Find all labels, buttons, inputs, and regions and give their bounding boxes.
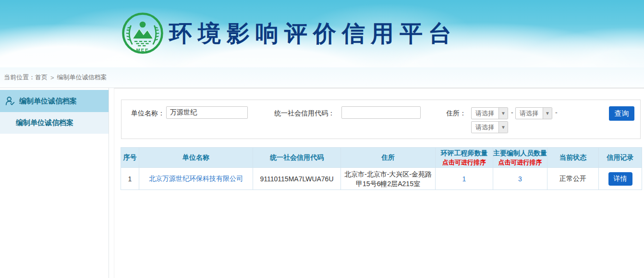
- table-row: 1 北京万源世纪环保科技有限公司 91110115MA7LWUA76U 北京市-…: [121, 168, 642, 190]
- unit-name-label: 单位名称：: [131, 107, 165, 119]
- breadcrumb: 当前位置： 首页 > 编制单位诚信档案: [0, 67, 644, 88]
- credit-code-value: 91110115MA7LWUA76U: [253, 168, 341, 190]
- sidebar-subitem-unit-credit-archive[interactable]: 编制单位诚信档案: [0, 112, 109, 134]
- breadcrumb-current: 编制单位诚信档案: [57, 73, 107, 82]
- city-select[interactable]: 请选择 ▼: [515, 107, 552, 119]
- logo-mee-text: MEE: [136, 47, 149, 52]
- chevron-down-icon: ▼: [543, 108, 552, 119]
- site-title: 环境影响评价信用平台: [169, 18, 457, 49]
- credit-code-input[interactable]: [341, 106, 421, 119]
- search-panel: 单位名称： 统一社会信用代码： 住所： 请选择 ▼ - 请选择 ▼ - 请选择 …: [121, 100, 641, 139]
- status-value: 正常公开: [547, 168, 599, 190]
- engineer-count-link[interactable]: 1: [462, 175, 466, 183]
- staff-count-link[interactable]: 3: [518, 175, 522, 183]
- district-select[interactable]: 请选择 ▼: [471, 121, 508, 133]
- unit-name-input[interactable]: [166, 106, 248, 119]
- sidebar-item-label: 编制单位诚信档案: [19, 97, 77, 106]
- sidebar-subitem-label: 编制单位诚信档案: [16, 118, 73, 127]
- main-panel: 单位名称： 统一社会信用代码： 住所： 请选择 ▼ - 请选择 ▼ - 请选择 …: [114, 88, 644, 278]
- district-select-value: 请选择: [472, 122, 498, 133]
- col-credit-record: 信用记录: [599, 148, 642, 168]
- query-button[interactable]: 查询: [609, 106, 634, 121]
- user-check-icon: [5, 96, 15, 106]
- results-table: 序号 单位名称 统一社会信用代码 住所 环评工程师数量 点击可进行排序 主要编制…: [121, 147, 642, 190]
- sort-hint: 点击可进行排序: [493, 158, 547, 167]
- sort-hint: 点击可进行排序: [436, 158, 493, 167]
- province-select[interactable]: 请选择 ▼: [471, 107, 508, 119]
- mee-logo: MEE: [121, 12, 164, 55]
- chevron-down-icon: ▼: [498, 108, 508, 119]
- breadcrumb-label: 当前位置：: [4, 73, 35, 82]
- col-index: 序号: [121, 148, 139, 168]
- col-engineer-count-sort[interactable]: 环评工程师数量 点击可进行排序: [436, 148, 493, 168]
- detail-button[interactable]: 详情: [608, 172, 632, 186]
- city-select-value: 请选择: [516, 108, 543, 119]
- col-staff-count-sort[interactable]: 主要编制人员数量 点击可进行排序: [493, 148, 547, 168]
- row-index: 1: [121, 168, 139, 190]
- sidebar-item-unit-credit-archive[interactable]: 编制单位诚信档案: [0, 90, 109, 112]
- col-status: 当前状态: [547, 148, 599, 168]
- address-dash: -: [555, 109, 558, 116]
- page: MEE 环境影响评价信用平台 当前位置： 首页 > 编制单位诚信档案 编制单位诚…: [0, 0, 644, 278]
- col-address: 住所: [341, 148, 436, 168]
- table-header-row: 序号 单位名称 统一社会信用代码 住所 环评工程师数量 点击可进行排序 主要编制…: [121, 148, 642, 168]
- address-value: 北京市-北京市-大兴区-金苑路甲15号6幢2层A215室: [341, 168, 436, 190]
- address-label: 住所：: [446, 107, 466, 119]
- chevron-down-icon: ▼: [498, 122, 508, 133]
- breadcrumb-home-link[interactable]: 首页: [35, 73, 48, 82]
- company-link[interactable]: 北京万源世纪环保科技有限公司: [149, 175, 243, 182]
- credit-code-label: 统一社会信用代码：: [274, 107, 335, 119]
- sidebar: 编制单位诚信档案 编制单位诚信档案: [0, 88, 109, 278]
- col-credit-code: 统一社会信用代码: [253, 148, 341, 168]
- address-dash: -: [511, 109, 513, 116]
- breadcrumb-separator: >: [50, 74, 54, 81]
- site-header: MEE 环境影响评价信用平台: [0, 0, 644, 67]
- col-unit-name: 单位名称: [139, 148, 253, 168]
- province-select-value: 请选择: [472, 108, 498, 119]
